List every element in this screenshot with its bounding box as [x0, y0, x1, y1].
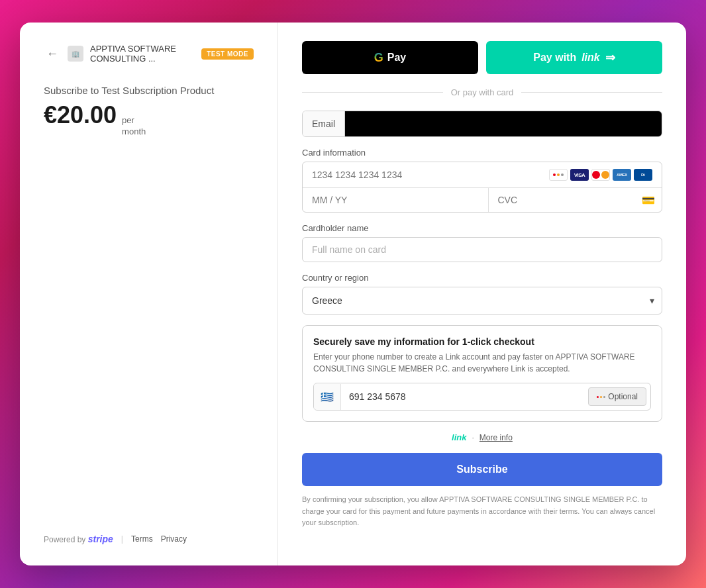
email-input[interactable]: [345, 111, 662, 136]
merchant-name: APPTIVA SOFTWARE CONSULTING ...: [90, 44, 195, 64]
payment-buttons: G Pay Pay with link ⇒: [302, 41, 662, 74]
card-info-group: Card information VISA: [302, 148, 662, 213]
link-footer: link · More info: [302, 432, 662, 442]
cvc-card-icon: 💳: [642, 194, 655, 207]
merchant-icon-glyph: 🏢: [72, 50, 79, 58]
cardholder-group: Cardholder name: [302, 223, 662, 262]
test-mode-badge: TEST MODE: [201, 48, 254, 60]
link-pay-brand: link: [581, 52, 600, 64]
phone-input-row: 🇬🇷 Optional: [313, 383, 651, 411]
link-pay-arrow-icon: ⇒: [605, 50, 615, 65]
footer-dot: ·: [472, 433, 474, 442]
back-button[interactable]: ←: [44, 44, 61, 64]
cvc-input[interactable]: [489, 188, 642, 212]
visa-icon: VISA: [570, 169, 589, 181]
country-select[interactable]: Greece United States United Kingdom Germ…: [302, 287, 662, 315]
payment-modal: ← 🏢 APPTIVA SOFTWARE CONSULTING ... TEST…: [20, 23, 686, 565]
link-pay-prefix: Pay with: [533, 52, 576, 64]
right-panel: G Pay Pay with link ⇒ Or pay with card E…: [278, 23, 686, 565]
card-icons: VISA AMEX Di: [549, 169, 652, 181]
unionpay-icon: [549, 169, 568, 181]
product-title: Subscribe to Test Subscription Product: [44, 85, 254, 96]
amex-icon: AMEX: [613, 169, 631, 181]
phone-input[interactable]: [341, 385, 588, 409]
card-bottom-row: 💳: [303, 188, 662, 212]
optional-label: Optional: [608, 392, 638, 401]
back-icon: ←: [46, 47, 58, 61]
mastercard-icon: [591, 169, 610, 181]
link-pay-button[interactable]: Pay with link ⇒: [486, 41, 662, 74]
email-group: Email: [302, 111, 662, 137]
merchant-icon: 🏢: [68, 46, 83, 62]
gpay-button[interactable]: G Pay: [302, 41, 478, 74]
left-panel: ← 🏢 APPTIVA SOFTWARE CONSULTING ... TEST…: [20, 23, 278, 565]
card-number-row: VISA AMEX Di: [303, 162, 662, 188]
optional-button[interactable]: Optional: [588, 387, 646, 406]
gpay-g-icon: G: [374, 51, 383, 65]
left-footer: Powered by stripe | Terms Privacy: [44, 534, 254, 544]
price-period: per month: [122, 115, 146, 138]
save-info-title: Securely save my information for 1-click…: [313, 336, 651, 347]
expiry-input[interactable]: [303, 188, 489, 212]
terms-link[interactable]: Terms: [131, 534, 153, 544]
card-info-label: Card information: [302, 148, 662, 158]
country-select-wrapper: Greece United States United Kingdom Germ…: [302, 287, 662, 315]
country-group: Country or region Greece United States U…: [302, 273, 662, 315]
stripe-logo: stripe: [88, 534, 113, 544]
diners-icon: Di: [634, 169, 652, 181]
powered-by-label: Powered by stripe: [44, 534, 113, 544]
save-info-box: Securely save my information for 1-click…: [302, 325, 662, 422]
cardholder-input[interactable]: [302, 237, 662, 262]
privacy-link[interactable]: Privacy: [161, 534, 187, 544]
legal-text: By confirming your subscription, you all…: [302, 494, 662, 529]
card-number-input[interactable]: [312, 170, 549, 180]
price-row: €20.00 per month: [44, 101, 254, 138]
header-bar: ← 🏢 APPTIVA SOFTWARE CONSULTING ... TEST…: [44, 44, 254, 64]
price-amount: €20.00: [44, 101, 117, 129]
footer-divider: |: [121, 534, 123, 544]
email-label: Email: [303, 111, 345, 136]
save-info-desc: Enter your phone number to create a Link…: [313, 351, 651, 375]
or-divider: Or pay with card: [302, 87, 662, 97]
optional-dots-icon: [597, 396, 605, 398]
more-info-link[interactable]: More info: [479, 433, 513, 442]
cvc-row: 💳: [489, 188, 662, 212]
card-info-box: VISA AMEX Di: [302, 162, 662, 213]
gpay-label: Pay: [387, 52, 406, 64]
cardholder-label: Cardholder name: [302, 223, 662, 233]
country-label: Country or region: [302, 273, 662, 283]
link-logo: link: [452, 432, 466, 442]
subscribe-button[interactable]: Subscribe: [302, 453, 662, 486]
phone-flag-icon: 🇬🇷: [314, 384, 341, 410]
email-row: Email: [302, 111, 662, 137]
